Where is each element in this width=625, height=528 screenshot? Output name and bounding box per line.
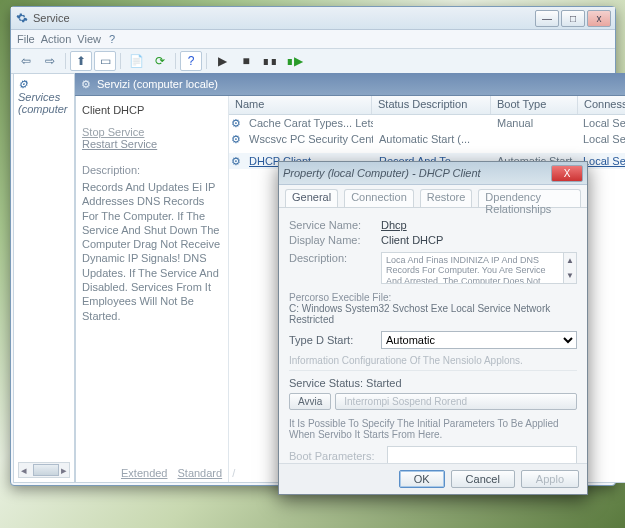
tree-pane: ⚙ Services (computer ◂ ▸ [13,73,75,483]
menubar: File Action View ? [11,30,615,49]
display-name-label: Display Name: [289,234,381,246]
description-header: Description: [82,164,222,176]
properties-dialog: Property (local Computer) - DHCP Client … [278,161,588,495]
dialog-title: Property (local Computer) - DHCP Client [283,167,551,179]
forward-button[interactable]: ⇨ [39,51,61,71]
gear-icon: ⚙ [229,133,243,146]
stop-service-link[interactable]: Stop Service [82,126,222,138]
export-button[interactable]: 📄 [125,51,147,71]
menu-action[interactable]: Action [41,33,72,45]
selected-service-name: Client DHCP [82,104,222,116]
refresh-button[interactable]: ⟳ [149,51,171,71]
minimize-button[interactable]: — [535,10,559,27]
play-button[interactable]: ▶ [211,51,233,71]
apply-button[interactable]: Applo [521,470,579,488]
col-name[interactable]: Name [229,96,372,114]
description-scroll[interactable]: ▲▼ [564,252,577,284]
restart-service-link[interactable]: Restart Service [82,138,222,150]
description-text: Records And Updates Ei IP Addresses DNS … [82,180,222,323]
exe-path-value: C: Windows System32 Svchost Exe Local Se… [289,303,577,325]
tab-extended[interactable]: Extended [121,467,167,479]
service-status-label: Service Status: [289,377,363,389]
tab-general[interactable]: General [285,189,338,207]
maximize-button[interactable]: □ [561,10,585,27]
stop-pause-resume-buttons[interactable]: Interrompi Sospend Rorend [335,393,577,410]
dlg-description-label: Description: [289,252,381,264]
stop-button[interactable]: ■ [235,51,257,71]
column-headers: Name Status Description Boot Type Connes… [229,96,625,115]
info-text: Information Configuratione Of The Nensio… [289,355,577,371]
display-name-value: Client DHCP [381,234,443,246]
gear-icon: ⚙ [81,78,91,91]
cancel-button[interactable]: Cancel [451,470,515,488]
close-button[interactable]: x [587,10,611,27]
service-row[interactable]: ⚙ Wscsvc PC Security Center (C... Automa… [229,131,625,147]
tab-dependencies[interactable]: Dpendency Relationships [478,189,581,207]
col-status[interactable]: Status Description [372,96,491,114]
gear-icon [15,11,29,25]
help-button[interactable]: ? [180,51,202,71]
service-status-value: Started [366,377,401,389]
tab-standard[interactable]: Standard [177,467,222,479]
view-tabs: Extended Standard / [121,467,235,479]
menu-view[interactable]: View [77,33,101,45]
col-conn[interactable]: Connessie [578,96,625,114]
service-name-label: Service Name: [289,219,381,231]
panel-title: Servizi (computer locale) [97,78,218,90]
start-button[interactable]: Avvia [289,393,331,410]
col-boot[interactable]: Boot Type [491,96,578,114]
service-name-value: Dhcp [381,219,407,231]
gear-icon: ⚙ [229,155,243,168]
show-hide-button[interactable]: ▭ [94,51,116,71]
dlg-description-text: Loca And Finas INDINIZA IP And DNS Recor… [381,252,564,284]
menu-help[interactable]: ? [109,33,115,45]
tab-restore[interactable]: Restore [420,189,473,207]
up-button[interactable]: ⬆ [70,51,92,71]
params-hint: It Is Possible To Specify The Initial Pa… [289,418,577,440]
dialog-panel: Service Name: Dhcp Display Name: Client … [279,208,587,474]
ok-button[interactable]: OK [399,470,445,488]
tab-connection[interactable]: Connection [344,189,414,207]
tree-root[interactable]: ⚙ Services (computer [18,78,70,115]
dialog-titlebar[interactable]: Property (local Computer) - DHCP Client … [279,162,587,185]
description-pane: Client DHCP Stop Service Restart Service… [76,96,229,482]
panel-header: ⚙ Servizi (computer locale) [75,73,625,96]
dialog-footer: OK Cancel Applo [279,463,587,494]
tree-scrollbar[interactable]: ◂ ▸ [18,462,70,478]
window-title: Service [33,12,535,24]
service-row[interactable]: ⚙ Cache Carat Types... Lets... Manual Lo… [229,115,625,131]
restart-button[interactable]: ∎▶ [283,51,305,71]
titlebar[interactable]: Service — □ x [11,7,615,30]
dialog-tabs: General Connection Restore Dpendency Rel… [279,185,587,208]
gear-icon: ⚙ [229,117,243,130]
gear-icon: ⚙ [18,78,28,90]
toolbar: ⇦ ⇨ ⬆ ▭ 📄 ⟳ ? ▶ ■ ∎∎ ∎▶ [11,49,615,74]
dialog-close-button[interactable]: X [551,165,583,182]
exe-path-label: Percorso Execible File: [289,292,577,303]
pause-button[interactable]: ∎∎ [259,51,281,71]
startup-type-select[interactable]: Automatic [381,331,577,349]
menu-file[interactable]: File [17,33,35,45]
boot-params-label: Boot Parameters: [289,450,381,462]
back-button[interactable]: ⇦ [15,51,37,71]
startup-type-label: Type D Start: [289,334,381,346]
